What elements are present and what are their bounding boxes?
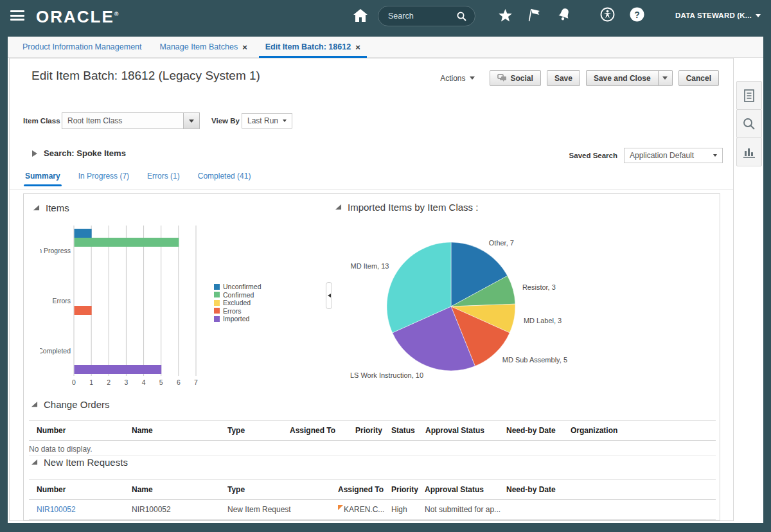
pie-section-header[interactable]: Imported Items by Item Class : bbox=[335, 202, 478, 213]
close-icon[interactable]: × bbox=[242, 42, 247, 52]
change-orders-header-row: NumberNameTypeAssigned ToPriorityStatusA… bbox=[24, 421, 721, 439]
column-header-number[interactable]: Number bbox=[37, 485, 132, 494]
chevron-down-icon bbox=[756, 14, 761, 17]
legend-label: Errors bbox=[223, 307, 242, 315]
oracle-logo: ORACLE® bbox=[36, 7, 118, 27]
save-button[interactable]: Save bbox=[547, 70, 580, 86]
document-tabstrip: Product Information ManagementManage Ite… bbox=[8, 37, 763, 58]
legend-swatch bbox=[214, 308, 220, 314]
change-orders-section-header[interactable]: Change Orders bbox=[31, 399, 110, 410]
home-icon[interactable] bbox=[352, 8, 369, 26]
search-input[interactable] bbox=[378, 12, 456, 21]
side-toolbar bbox=[736, 82, 762, 166]
column-header-type[interactable]: Type bbox=[227, 426, 290, 435]
cell-type: New Item Request bbox=[227, 505, 338, 514]
accessibility-icon[interactable] bbox=[600, 7, 615, 24]
svg-text:6: 6 bbox=[177, 378, 181, 386]
legend-item: Imported bbox=[214, 315, 261, 323]
chat-bubbles-icon bbox=[497, 74, 507, 82]
saved-search-select[interactable]: Application Default bbox=[624, 148, 723, 163]
bar-chart-legend: UnconfirmedConfirmedExcludedErrorsImport… bbox=[214, 283, 261, 323]
page-background: Product Information ManagementManage Ite… bbox=[8, 37, 763, 523]
column-header-status[interactable]: Status bbox=[391, 426, 425, 435]
search-icon[interactable] bbox=[456, 11, 475, 22]
svg-text:0: 0 bbox=[72, 378, 76, 386]
subtab-errors-1-[interactable]: Errors (1) bbox=[147, 172, 180, 186]
legend-item: Confirmed bbox=[214, 291, 261, 299]
column-header-priority[interactable]: Priority bbox=[391, 485, 425, 494]
item-number-link[interactable]: NIR100052 bbox=[37, 505, 76, 514]
close-icon[interactable]: × bbox=[355, 42, 360, 52]
svg-text:5: 5 bbox=[159, 378, 163, 386]
reports-panel-button[interactable] bbox=[736, 137, 762, 166]
item-class-select[interactable]: Root Item Class bbox=[62, 112, 200, 129]
subtab-completed-41-[interactable]: Completed (41) bbox=[198, 172, 251, 186]
view-by-select[interactable]: Last Run bbox=[242, 113, 292, 129]
tab-product-information-management[interactable]: Product Information Management bbox=[16, 37, 148, 57]
column-header-number[interactable]: Number bbox=[37, 426, 132, 435]
cell-priority: High bbox=[391, 505, 425, 514]
column-header-assigned-to[interactable]: Assigned To bbox=[338, 485, 391, 494]
column-header-priority[interactable]: Priority bbox=[355, 426, 391, 435]
bar-chart-icon bbox=[742, 145, 756, 159]
legend-label: Confirmed bbox=[223, 291, 254, 299]
chevron-down-icon bbox=[713, 154, 717, 157]
items-bar-chart: 01234567In ProgressErrorsCompleted bbox=[40, 220, 239, 390]
column-header-need-by-date[interactable]: Need-by Date bbox=[506, 426, 571, 435]
favorites-star-icon[interactable] bbox=[498, 8, 513, 25]
document-icon bbox=[743, 89, 756, 103]
global-search bbox=[378, 6, 475, 26]
table-row[interactable]: NIR100052NIR100052New Item RequestKAREN.… bbox=[24, 501, 721, 519]
summary-content: Items 01234567In ProgressErrorsCompleted… bbox=[23, 193, 720, 520]
save-and-close-menu-button[interactable] bbox=[659, 70, 673, 86]
items-section-header[interactable]: Items bbox=[33, 202, 69, 213]
notifications-bell-icon[interactable] bbox=[556, 7, 572, 26]
svg-text:Resistor, 3: Resistor, 3 bbox=[522, 283, 556, 291]
column-header-assigned-to[interactable]: Assigned To bbox=[290, 426, 355, 435]
subtab-in-progress-7-[interactable]: In Progress (7) bbox=[78, 172, 129, 186]
search-section-header[interactable]: Search: Spoke Items bbox=[31, 148, 126, 158]
expand-arrow-icon bbox=[31, 150, 38, 157]
new-item-requests-section-header[interactable]: New Item Requests bbox=[31, 457, 128, 468]
search-panel-button[interactable] bbox=[736, 109, 762, 138]
column-header-approval-status[interactable]: Approval Status bbox=[425, 426, 506, 435]
tasks-panel-button[interactable] bbox=[736, 81, 762, 110]
saved-search: Saved Search Application Default bbox=[569, 148, 723, 163]
dropdown-button[interactable] bbox=[183, 113, 199, 129]
column-header-need-by-date[interactable]: Need-by Date bbox=[506, 485, 622, 494]
tab-manage-item-batches[interactable]: Manage Item Batches× bbox=[154, 37, 254, 57]
column-header-type[interactable]: Type bbox=[227, 485, 338, 494]
social-button[interactable]: Social bbox=[490, 70, 541, 86]
column-header-name[interactable]: Name bbox=[132, 485, 227, 494]
cell-assigned-to: KAREN.C... bbox=[338, 505, 391, 514]
cancel-button[interactable]: Cancel bbox=[678, 70, 719, 86]
help-icon[interactable]: ? bbox=[630, 7, 644, 24]
divider bbox=[29, 440, 716, 441]
tab-edit-item-batch-18612[interactable]: Edit Item Batch: 18612× bbox=[259, 37, 367, 57]
actions-menu-button[interactable]: Actions bbox=[440, 74, 474, 83]
collapse-triangle-icon bbox=[33, 204, 40, 211]
user-menu[interactable]: DATA STEWARD (K... bbox=[675, 12, 761, 19]
chevron-down-icon bbox=[470, 76, 475, 80]
svg-text:7: 7 bbox=[194, 378, 198, 386]
column-header-organization[interactable]: Organization bbox=[571, 426, 708, 435]
chevron-down-icon bbox=[189, 120, 194, 123]
action-toolbar: Actions Social Save Save and Close Cance… bbox=[440, 70, 719, 86]
chevron-down-icon bbox=[283, 120, 287, 122]
tab-label: Edit Item Batch: 18612 bbox=[265, 42, 351, 51]
svg-text:4: 4 bbox=[142, 378, 146, 386]
collapse-triangle-icon bbox=[335, 204, 342, 211]
watchlist-flag-icon[interactable] bbox=[527, 7, 542, 26]
subtab-summary[interactable]: Summary bbox=[25, 172, 60, 186]
collapse-triangle-icon bbox=[31, 401, 38, 408]
navigator-menu-icon[interactable] bbox=[10, 10, 24, 21]
column-header-name[interactable]: Name bbox=[132, 426, 227, 435]
divider bbox=[29, 456, 716, 456]
divider bbox=[29, 420, 716, 421]
column-header-approval-status[interactable]: Approval Status bbox=[425, 485, 506, 494]
legend-item: Excluded bbox=[214, 299, 261, 307]
svg-text:Errors: Errors bbox=[52, 297, 71, 305]
save-and-close-button[interactable]: Save and Close bbox=[586, 70, 659, 86]
panel-splitter[interactable] bbox=[326, 282, 332, 309]
imported-items-pie-chart: Other, 7Resistor, 3MD Label, 3MD Sub Ass… bbox=[335, 228, 592, 387]
